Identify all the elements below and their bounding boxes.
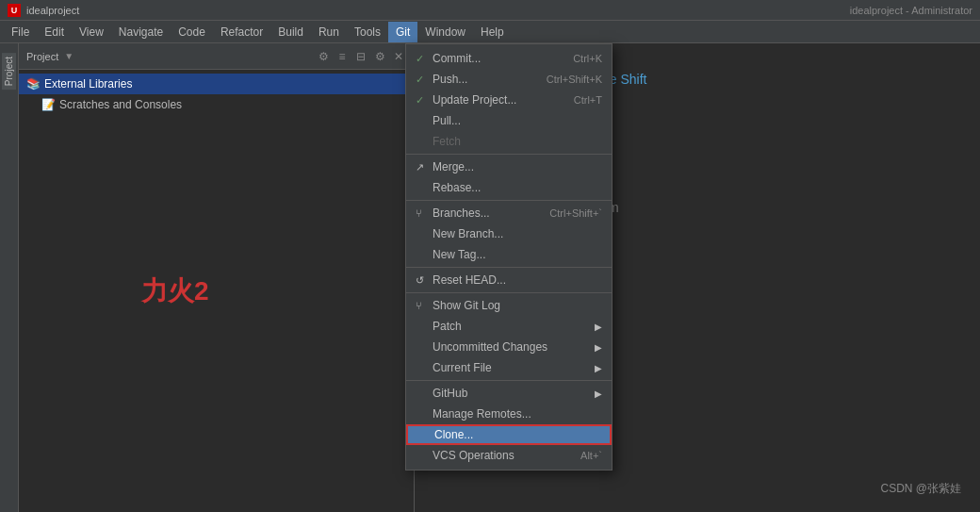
menu-refactor[interactable]: Refactor <box>213 22 270 42</box>
tree-item-scratches[interactable]: 📝 Scratches and Consoles <box>19 94 414 115</box>
scratches-label: Scratches and Consoles <box>59 98 182 111</box>
git-menu-merge[interactable]: ↗ Merge... <box>406 157 612 177</box>
git-menu-pull[interactable]: ✓ Pull... <box>406 110 612 131</box>
git-dropdown-menu: ✓ Commit... Ctrl+K ✓ Push... Ctrl+Shift+… <box>405 43 612 471</box>
csdn-label: CSDN @张紫娃 <box>880 481 961 497</box>
git-menu-commit-label: Commit... <box>433 52 481 65</box>
git-menu-rebase[interactable]: · Rebase... <box>406 177 612 198</box>
side-panel: Project <box>0 43 19 512</box>
project-panel: Project ▼ ⚙ ≡ ⊟ ⚙ ✕ 📚 External Libraries… <box>19 43 415 512</box>
github-arrow-icon: ▶ <box>595 388 602 399</box>
git-menu-branches[interactable]: ⑂ Branches... Ctrl+Shift+` <box>406 203 612 223</box>
menu-bar[interactable]: File Edit View Navigate Code Refactor Bu… <box>0 21 980 43</box>
git-menu-manage-remotes[interactable]: · Manage Remotes... <box>406 404 612 424</box>
project-arrow[interactable]: ▼ <box>64 51 74 61</box>
separator-2 <box>406 200 612 201</box>
git-menu-clone-label: Clone... <box>434 428 473 441</box>
git-menu-merge-label: Merge... <box>433 160 474 173</box>
git-menu-show-log-label: Show Git Log <box>433 299 500 312</box>
git-menu-patch[interactable]: · Patch ▶ <box>406 316 612 337</box>
menu-run[interactable]: Run <box>311 22 347 42</box>
git-menu-new-tag[interactable]: · New Tag... <box>406 244 612 265</box>
git-menu-show-log[interactable]: ⑂ Show Git Log <box>406 295 612 316</box>
git-menu-push-label: Push... <box>433 73 467 86</box>
menu-navigate[interactable]: Navigate <box>111 22 171 42</box>
uncommitted-arrow-icon: ▶ <box>595 342 602 353</box>
git-menu-github-label: GitHub <box>433 387 467 400</box>
git-commit-shortcut: Ctrl+K <box>573 53 602 64</box>
menu-build[interactable]: Build <box>270 22 311 42</box>
title-right: idealproject - Administrator <box>850 5 972 16</box>
git-menu-fetch: ✓ Fetch <box>406 131 612 152</box>
git-menu-manage-remotes-label: Manage Remotes... <box>433 407 531 421</box>
separator-5 <box>406 380 612 381</box>
git-log-icon: ⑂ <box>416 300 429 311</box>
git-menu-branches-label: Branches... <box>433 206 490 220</box>
git-menu-uncommitted[interactable]: · Uncommitted Changes ▶ <box>406 337 612 357</box>
toolbar-collapse-icon[interactable]: ⊟ <box>353 49 368 64</box>
merge-icon: ↗ <box>416 161 429 173</box>
title-bar: U idealproject idealproject - Administra… <box>0 0 980 21</box>
git-menu-vcs-ops[interactable]: · VCS Operations Alt+` <box>406 445 612 466</box>
git-menu-patch-label: Patch <box>433 320 462 333</box>
separator-4 <box>406 292 612 293</box>
side-panel-project-label[interactable]: Project <box>2 53 16 90</box>
menu-file[interactable]: File <box>4 22 37 42</box>
toolbar-gear-icon[interactable]: ⚙ <box>372 49 387 64</box>
separator-1 <box>406 154 612 155</box>
toolbar-close-icon[interactable]: ✕ <box>391 49 406 64</box>
commit-check-icon: ✓ <box>416 53 429 65</box>
tree-item-external-libraries[interactable]: 📚 External Libraries <box>19 74 414 94</box>
reset-icon: ↺ <box>416 274 429 287</box>
external-libraries-icon: 📚 <box>26 77 41 91</box>
external-libraries-label: External Libraries <box>44 77 132 91</box>
git-menu-reset[interactable]: ↺ Reset HEAD... <box>406 270 612 290</box>
git-menu-new-branch-label: New Branch... <box>433 227 503 240</box>
menu-help[interactable]: Help <box>473 22 512 42</box>
git-menu-current-file-label: Current File <box>433 361 492 374</box>
menu-view[interactable]: View <box>72 22 111 42</box>
project-header: Project ▼ ⚙ ≡ ⊟ ⚙ ✕ <box>19 43 414 70</box>
git-menu-update[interactable]: ✓ Update Project... Ctrl+T <box>406 90 612 110</box>
patch-arrow-icon: ▶ <box>595 322 602 332</box>
update-check-icon: ✓ <box>416 94 429 107</box>
git-menu-uncommitted-label: Uncommitted Changes <box>433 340 547 354</box>
git-update-shortcut: Ctrl+T <box>574 94 602 106</box>
toolbar-list-icon[interactable]: ≡ <box>335 49 350 64</box>
git-menu-push[interactable]: ✓ Push... Ctrl+Shift+K <box>406 69 612 90</box>
project-title: Project <box>26 51 58 62</box>
menu-edit[interactable]: Edit <box>37 22 72 42</box>
git-menu-clone[interactable]: · Clone... <box>406 424 612 445</box>
watermark: 力火2 <box>141 273 209 309</box>
git-menu-update-label: Update Project... <box>433 93 516 107</box>
git-menu-vcs-ops-label: VCS Operations <box>433 449 514 462</box>
git-menu-github[interactable]: · GitHub ▶ <box>406 383 612 404</box>
separator-3 <box>406 267 612 268</box>
scratches-icon: 📝 <box>41 98 56 111</box>
push-check-icon: ✓ <box>416 74 429 86</box>
branches-icon: ⑂ <box>416 207 429 219</box>
project-toolbar: ⚙ ≡ ⊟ ⚙ ✕ <box>316 49 406 64</box>
git-menu-commit[interactable]: ✓ Commit... Ctrl+K <box>406 48 612 69</box>
git-menu-rebase-label: Rebase... <box>433 181 481 194</box>
current-file-arrow-icon: ▶ <box>595 363 602 373</box>
menu-git[interactable]: Git <box>388 22 417 42</box>
git-menu-fetch-label: Fetch <box>433 135 461 148</box>
git-menu-new-tag-label: New Tag... <box>433 248 485 261</box>
menu-window[interactable]: Window <box>417 22 473 42</box>
git-menu-current-file[interactable]: · Current File ▶ <box>406 357 612 378</box>
git-push-shortcut: Ctrl+Shift+K <box>547 74 602 85</box>
menu-code[interactable]: Code <box>171 22 213 42</box>
menu-tools[interactable]: Tools <box>347 22 388 42</box>
project-name: idealproject <box>26 5 79 16</box>
project-tree: 📚 External Libraries 📝 Scratches and Con… <box>19 70 414 512</box>
git-menu-new-branch[interactable]: · New Branch... <box>406 223 612 244</box>
git-menu-pull-label: Pull... <box>433 114 461 127</box>
app-icon: U <box>8 4 21 17</box>
git-branches-shortcut: Ctrl+Shift+` <box>549 207 602 219</box>
toolbar-cog-icon[interactable]: ⚙ <box>316 49 331 64</box>
git-menu-reset-label: Reset HEAD... <box>433 273 506 287</box>
git-vcs-shortcut: Alt+` <box>580 450 602 461</box>
